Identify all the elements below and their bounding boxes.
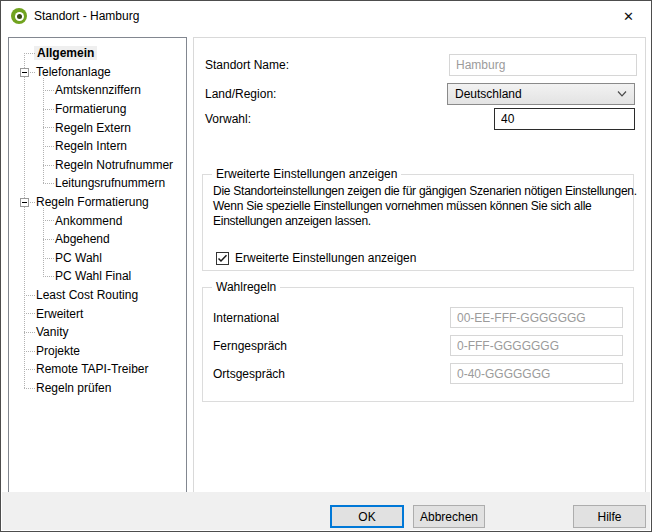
tree-line (43, 276, 54, 277)
tree-item-projekte[interactable]: Projekte (9, 342, 186, 361)
collapse-minus-icon[interactable] (20, 198, 29, 207)
help-button[interactable]: Hilfe (573, 505, 646, 528)
dialog-window: Standort - Hamburg ✕ Allgemein Telefonan… (0, 0, 652, 532)
checkmark-icon (217, 254, 228, 263)
tree-item-label: PC Wahl Final (55, 269, 131, 283)
ortsgespraech-label: Ortsgespräch (213, 367, 285, 382)
tree-item-regeln-extern[interactable]: Regeln Extern (9, 118, 186, 137)
tree-line (24, 369, 35, 370)
close-button[interactable]: ✕ (606, 1, 651, 31)
tree-item-label: Regeln Intern (55, 139, 127, 153)
ferngespraech-label: Ferngespräch (213, 339, 287, 354)
tree-item-least-cost-routing[interactable]: Least Cost Routing (9, 286, 186, 305)
settings-panel: Standort Name: Land/Region: Deutschland … (193, 37, 646, 494)
tree-line (43, 127, 54, 128)
ok-button[interactable]: OK (330, 505, 404, 528)
advanced-settings-checkbox[interactable] (216, 252, 229, 265)
vorwahl-field[interactable] (494, 108, 635, 130)
tree-item-formatierung[interactable]: Formatierung (9, 100, 186, 119)
tree-item-abgehend[interactable]: Abgehend (9, 230, 186, 249)
advanced-settings-group: Erweiterte Einstellungen anzeigen Die St… (202, 174, 634, 271)
tree-line (43, 165, 54, 166)
tree-item-pc-wahl-final[interactable]: PC Wahl Final (9, 267, 186, 286)
tree-item-leitungsrufnummern[interactable]: Leitungsrufnummern (9, 174, 186, 193)
tree-item-regeln-intern[interactable]: Regeln Intern (9, 137, 186, 156)
standort-name-field (449, 54, 637, 76)
advanced-settings-description: Die Standorteinstellungen zeigen die für… (213, 184, 637, 229)
tree-item-label: Remote TAPI-Treiber (36, 362, 148, 376)
tree-line (43, 239, 54, 240)
wahlregeln-group-title: Wahlregeln (212, 280, 280, 294)
window-title: Standort - Hamburg (34, 9, 139, 23)
tree-item-telefonanlage[interactable]: Telefonanlage (9, 63, 186, 82)
tree-item-label: Regeln Formatierung (36, 195, 149, 209)
tree-item-erweitert[interactable]: Erweitert (9, 304, 186, 323)
settings-tree: Allgemein Telefonanlage Amtskennziffern … (8, 37, 187, 494)
land-region-label: Land/Region: (205, 87, 276, 102)
tree-item-regeln-pruefen[interactable]: Regeln prüfen (9, 379, 186, 398)
title-bar: Standort - Hamburg ✕ (1, 1, 651, 31)
tree-item-label: PC Wahl (55, 251, 102, 265)
tree-item-regeln-formatierung[interactable]: Regeln Formatierung (9, 193, 186, 212)
tree-item-label: Allgemein (34, 46, 97, 60)
ferngespraech-field (450, 335, 623, 356)
tree-line (24, 332, 35, 333)
tree-line (30, 202, 36, 203)
chevron-down-icon (617, 91, 627, 97)
tree-line (43, 220, 54, 221)
tree-line (43, 109, 54, 110)
tree-line (30, 72, 36, 73)
standort-name-label: Standort Name: (205, 58, 289, 73)
tree-item-label: Vanity (36, 325, 68, 339)
app-icon-dot (17, 14, 22, 19)
tree-line (24, 388, 35, 389)
advanced-settings-checkbox-label[interactable]: Erweiterte Einstellungen anzeigen (235, 251, 416, 266)
tree-item-pc-wahl[interactable]: PC Wahl (9, 249, 186, 268)
tree-line (43, 90, 54, 91)
tree-item-label: Least Cost Routing (36, 288, 138, 302)
tree-item-label: Leitungsrufnummern (55, 176, 165, 190)
collapse-minus-icon[interactable] (20, 68, 29, 77)
tree-item-label: Ankommend (55, 214, 122, 228)
tree-item-label: Telefonanlage (36, 65, 111, 79)
close-icon: ✕ (623, 9, 634, 24)
tree-line (43, 183, 54, 184)
international-field (450, 307, 623, 328)
tree-line (24, 53, 35, 54)
tree-item-label: Regeln Notrufnummer (55, 158, 173, 172)
tree-item-regeln-notrufnummer[interactable]: Regeln Notrufnummer (9, 156, 186, 175)
tree-item-label: Formatierung (55, 102, 126, 116)
tree-line (24, 351, 35, 352)
wahlregeln-group: Wahlregeln International Ferngespräch Or… (202, 287, 634, 402)
app-icon-ring (15, 12, 24, 21)
dialog-footer (2, 492, 650, 530)
tree-item-label: Abgehend (55, 232, 110, 246)
tree-item-remote-tapi-treiber[interactable]: Remote TAPI-Treiber (9, 360, 186, 379)
tree-item-label: Regeln prüfen (36, 381, 111, 395)
international-label: International (213, 311, 279, 326)
cancel-button[interactable]: Abbrechen (413, 505, 485, 528)
tree-item-label: Regeln Extern (55, 121, 131, 135)
tree-line (43, 146, 54, 147)
tree-item-label: Erweitert (36, 307, 83, 321)
tree-line (24, 295, 35, 296)
tree-line (43, 258, 54, 259)
tree-item-vanity[interactable]: Vanity (9, 323, 186, 342)
tree-item-ankommend[interactable]: Ankommend (9, 211, 186, 230)
tree-item-allgemein[interactable]: Allgemein (9, 44, 186, 63)
tree-item-label: Amtskennziffern (55, 83, 141, 97)
land-region-select[interactable]: Deutschland (447, 83, 635, 105)
vorwahl-label: Vorwahl: (205, 112, 251, 127)
tree-line (24, 313, 35, 314)
ortsgespraech-field (450, 363, 623, 384)
tree-item-amtskennziffern[interactable]: Amtskennziffern (9, 81, 186, 100)
land-region-selected-value: Deutschland (455, 87, 522, 101)
tree-item-label: Projekte (36, 344, 80, 358)
app-icon (11, 8, 27, 24)
advanced-settings-group-title: Erweiterte Einstellungen anzeigen (212, 167, 401, 181)
